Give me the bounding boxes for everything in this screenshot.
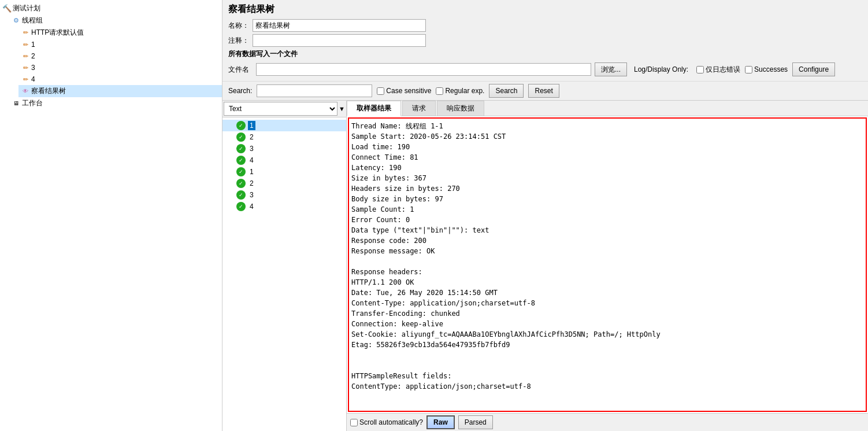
result-item-g1-3[interactable]: ✓ 3: [222, 143, 346, 154]
search-bar: Search: Case sensitive Regular exp. Sear…: [222, 81, 868, 100]
browse-button[interactable]: 浏览...: [595, 62, 627, 76]
tree-label-2a: 2: [31, 52, 35, 60]
content-area: Text ▼ ✓ 1 ✓ 2 ✓ 3: [222, 100, 868, 431]
file-name-label: 文件名: [228, 65, 249, 75]
case-sensitive-label[interactable]: Case sensitive: [377, 87, 431, 95]
detail-line: Thread Name: 线程组 1-1: [351, 121, 863, 131]
case-sensitive-checkbox[interactable]: [377, 87, 384, 95]
comment-label: 注释：: [228, 36, 249, 46]
result-number-g2-1: 1: [248, 167, 255, 176]
detail-panel: 取样器结果 请求 响应数据 Thread Name: 线程组 1-1Sample…: [347, 101, 868, 431]
tree-item-thread-group[interactable]: ⚙ 线程组: [9, 14, 222, 27]
pencil-icon: ✏: [21, 40, 30, 49]
results-type-bar: Text ▼: [222, 101, 346, 117]
result-item-g1-1[interactable]: ✓ 1: [222, 120, 346, 131]
check-icon-g1-4: ✓: [236, 156, 246, 165]
detail-content: Thread Name: 线程组 1-1Sample Start: 2020-0…: [348, 117, 867, 412]
tree-item-3a[interactable]: ✏ 3: [18, 62, 222, 73]
detail-line: Response code: 200: [351, 235, 863, 246]
result-number-g2-3: 3: [248, 190, 255, 200]
detail-line: Connect Time: 81: [351, 152, 863, 163]
tree-item-test-plan[interactable]: 🔨 测试计划: [0, 2, 222, 14]
tree-label-http-defaults: HTTP请求默认值: [31, 28, 84, 38]
successes-checkbox[interactable]: [745, 66, 752, 73]
result-number-g1-4: 4: [248, 156, 255, 165]
check-icon-g2-1: ✓: [236, 167, 246, 176]
successes-label[interactable]: Successes: [745, 65, 788, 73]
search-button[interactable]: Search: [489, 84, 524, 98]
file-name-row: 文件名 浏览... Log/Display Only: 仅日志错误 Succes…: [228, 62, 862, 76]
result-number-g1-3: 3: [248, 144, 255, 153]
log-error-label[interactable]: 仅日志错误: [696, 65, 740, 75]
log-display-label: Log/Display Only:: [634, 65, 688, 73]
detail-line: Date: Tue, 26 May 2020 15:14:50 GMT: [351, 288, 863, 298]
detail-line: Size in bytes: 367: [351, 173, 863, 183]
tree-label-3a: 3: [31, 64, 35, 72]
result-item-g2-4[interactable]: ✓ 4: [222, 201, 346, 212]
pencil-icon: ✏: [21, 28, 30, 38]
eye-icon: 👁: [21, 87, 30, 96]
file-name-input[interactable]: [256, 63, 591, 76]
tree-item-view-results[interactable]: 👁 察看结果树: [18, 85, 222, 97]
expand-icon: ⚙: [12, 16, 21, 25]
detail-line: Load time: 190: [351, 142, 863, 152]
detail-line: Set-Cookie: aliyungf_tc=AQAAABa1OEYbnglA…: [351, 329, 863, 340]
tree-label-view-results: 察看结果树: [31, 86, 66, 96]
result-number-g1-1: 1: [248, 121, 255, 130]
detail-line: Latency: 190: [351, 163, 863, 173]
pencil-icon: ✏: [21, 51, 30, 61]
detail-line: Sample Start: 2020-05-26 23:14:51 CST: [351, 131, 863, 142]
check-icon-g2-2: ✓: [236, 179, 246, 188]
raw-button[interactable]: Raw: [426, 415, 455, 429]
name-input[interactable]: [253, 19, 426, 32]
check-icon-g2-4: ✓: [236, 202, 246, 211]
tree-label-test-plan: 测试计划: [13, 3, 40, 13]
tab-request[interactable]: 请求: [402, 101, 436, 116]
top-header: 察看结果树 名称： 注释： 所有数据写入一个文件 文件名 浏览... Log/D…: [222, 0, 868, 81]
results-expand-icon[interactable]: ▼: [339, 105, 345, 112]
detail-line: [351, 360, 863, 371]
search-label: Search:: [228, 87, 252, 95]
tab-sampler-result[interactable]: 取样器结果: [347, 101, 401, 116]
tab-response-data[interactable]: 响应数据: [437, 101, 484, 116]
detail-line: HTTPSampleResult fields:: [351, 371, 863, 381]
file-section-row: 所有数据写入一个文件: [228, 49, 862, 60]
right-panel: 察看结果树 名称： 注释： 所有数据写入一个文件 文件名 浏览... Log/D…: [222, 0, 868, 431]
result-item-g1-2[interactable]: ✓ 2: [222, 131, 346, 143]
check-icon-g2-3: ✓: [236, 190, 246, 200]
tree-item-1a[interactable]: ✏ 1: [18, 39, 222, 50]
pencil-icon: ✏: [21, 75, 30, 84]
reset-button[interactable]: Reset: [528, 84, 559, 98]
regex-label[interactable]: Regular exp.: [436, 87, 484, 95]
hammer-icon: 🔨: [2, 4, 12, 13]
pencil-icon: ✏: [21, 63, 30, 72]
tree-label-thread-group: 线程组: [22, 16, 43, 25]
result-item-g1-4[interactable]: ✓ 4: [222, 154, 346, 166]
tree-item-2a[interactable]: ✏ 2: [18, 50, 222, 62]
tree-item-workbench[interactable]: 🖥 工作台: [9, 97, 222, 109]
result-number-g2-2: 2: [248, 179, 255, 188]
name-row: 名称：: [228, 19, 862, 32]
tree-label-1a: 1: [31, 40, 35, 49]
result-item-g2-2[interactable]: ✓ 2: [222, 178, 346, 189]
comment-input[interactable]: [253, 34, 426, 47]
results-type-select[interactable]: Text: [224, 102, 337, 116]
result-item-g2-3[interactable]: ✓ 3: [222, 189, 346, 201]
detail-line: Error Count: 0: [351, 215, 863, 225]
result-number-g1-2: 2: [248, 132, 255, 142]
search-input[interactable]: [257, 84, 372, 97]
tab-bar: 取样器结果 请求 响应数据: [347, 101, 868, 116]
tree-item-4a[interactable]: ✏ 4: [18, 73, 222, 85]
detail-line: [351, 256, 863, 267]
regex-checkbox[interactable]: [436, 87, 443, 95]
log-display-row: Log/Display Only: 仅日志错误 Successes Config…: [634, 62, 835, 76]
detail-line: Transfer-Encoding: chunked: [351, 308, 863, 319]
log-error-checkbox[interactable]: [696, 66, 704, 73]
result-item-g2-1[interactable]: ✓ 1: [222, 166, 346, 178]
scroll-auto-label[interactable]: Scroll automatically?: [350, 418, 423, 426]
configure-button[interactable]: Configure: [792, 62, 835, 76]
scroll-auto-checkbox[interactable]: [350, 419, 358, 426]
detail-line: ContentType: application/json;charset=ut…: [351, 381, 863, 392]
tree-item-http-defaults[interactable]: ✏ HTTP请求默认值: [18, 27, 222, 39]
parsed-button[interactable]: Parsed: [458, 415, 493, 429]
